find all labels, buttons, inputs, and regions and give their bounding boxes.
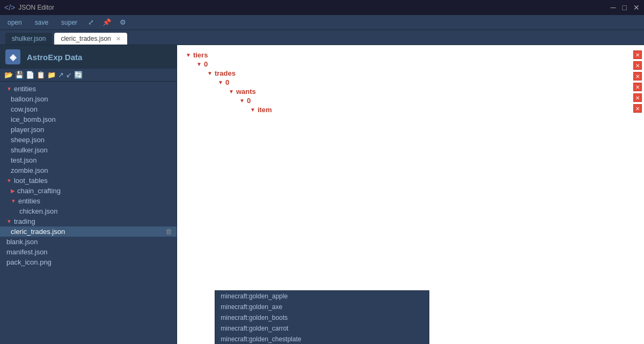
super-button[interactable]: super [59,18,79,27]
tree-file-ice-bomb[interactable]: ice_bomb.json [0,114,177,125]
pin-icon[interactable]: 📌 [103,18,111,26]
json-key-item[interactable]: item [258,106,272,114]
delete-buttons-column: ✕ ✕ ✕ ✕ ✕ ✕ [631,45,644,118]
tree-file-player[interactable]: player.json [0,125,177,135]
window-controls: ─ □ ✕ [611,3,640,12]
save-button[interactable]: save [33,18,50,27]
json-line-wants: ▼ wants [186,87,635,96]
tree-file-shulker[interactable]: shulker.json [0,145,177,155]
json-key-0-lvl1[interactable]: 0 [204,60,208,68]
loot-entities-arrow: ▼ [11,198,16,204]
tree-file-balloon[interactable]: balloon.json [0,94,177,104]
delete-btn-3[interactable]: ✕ [633,72,642,80]
json-key-wants[interactable]: wants [236,87,256,96]
tab-cleric-trades[interactable]: cleric_trades.json ✕ [54,33,127,45]
tree-file-test[interactable]: test.json [0,155,177,165]
cleric-trades-label: cleric_trades.json [11,228,65,236]
loot-tables-arrow: ▼ [6,178,12,184]
tree-file-pack-icon[interactable]: pack_icon.png [0,257,177,267]
entities-arrow: ▼ [6,86,12,92]
sidebar-logo: ◈ [5,49,20,64]
delete-btn-4[interactable]: ✕ [633,83,642,91]
json-line-tiers: ▼ tiers [186,50,635,60]
file-tree: ▼ entities balloon.json cow.json ice_bom… [0,82,177,344]
expand-icon[interactable]: ⤢ [88,18,94,26]
tab-shulker[interactable]: shulker.json [5,33,52,45]
entities-label: entities [14,85,36,93]
tabs-bar: shulker.json cleric_trades.json ✕ [0,30,644,45]
copy-icon[interactable]: 📋 [36,71,45,79]
collapse-all-icon[interactable]: ↙ [66,71,72,79]
tree-file-cleric-trades[interactable]: cleric_trades.json 🗑 [0,226,177,237]
open-button[interactable]: open [5,18,24,27]
tree-file-blank[interactable]: blank.json [0,237,177,247]
json-line-0-lvl5: ▼ 0 [186,96,635,105]
tree-file-manifest[interactable]: manifest.json [0,247,177,257]
autocomplete-dropdown: minecraft:golden_apple minecraft:golden_… [215,290,429,344]
chain-crafting-arrow: ▶ [11,188,15,194]
sidebar-toolbar: 📂 💾 📄 📋 📁 ↗ ↙ 🔄 [0,69,177,82]
json-key-0-lvl3[interactable]: 0 [225,78,229,86]
autocomplete-item-4[interactable]: minecraft:golden_chestplate [215,334,428,344]
chain-crafting-label: chain_crafting [17,187,61,195]
save-file-icon[interactable]: 💾 [15,71,24,79]
json-line-item: ▼ item [186,105,635,114]
settings-icon[interactable]: ⚙ [120,18,126,26]
tree-file-cow[interactable]: cow.json [0,104,177,114]
json-key-0-lvl5[interactable]: 0 [247,97,251,105]
refresh-icon[interactable]: 🔄 [74,71,83,79]
trading-label: trading [14,217,35,225]
json-key-tiers[interactable]: tiers [193,51,208,59]
json-line-trades: ▼ trades [186,69,635,78]
folder-open-icon[interactable]: 📂 [4,71,13,79]
json-line-0-lvl3: ▼ 0 [186,78,635,87]
title-text: JSON Editor [18,4,610,11]
expand-all-icon[interactable]: ↗ [58,71,64,79]
new-file-icon[interactable]: 📄 [26,71,34,79]
json-line-0-lvl1: ▼ 0 [186,60,635,69]
delete-btn-5[interactable]: ✕ [633,93,642,102]
delete-btn-2[interactable]: ✕ [633,61,642,70]
tree-trading-folder[interactable]: ▼ trading [0,216,177,226]
tree-file-zombie[interactable]: zombie.json [0,165,177,175]
autocomplete-item-0[interactable]: minecraft:golden_apple [215,291,428,302]
sidebar-title: AstroExp Data [27,53,82,62]
autocomplete-item-1[interactable]: minecraft:golden_axe [215,302,428,312]
minimize-button[interactable]: ─ [611,3,616,12]
delete-btn-6[interactable]: ✕ [633,104,642,113]
loot-tables-label: loot_tables [14,177,48,185]
tab-close-icon[interactable]: ✕ [116,35,121,42]
delete-btn-1[interactable]: ✕ [633,50,642,59]
tree-file-chicken[interactable]: chicken.json [0,206,177,216]
sidebar-header: ◈ AstroExp Data [0,45,177,69]
maximize-button[interactable]: □ [623,3,627,12]
toolbar: open save super ⤢ 📌 ⚙ [0,15,644,30]
loot-entities-label: entities [18,197,40,205]
autocomplete-item-3[interactable]: minecraft:golden_carrot [215,323,428,334]
tree-loot-tables-folder[interactable]: ▼ loot_tables [0,175,177,186]
tree-chain-crafting-folder[interactable]: ▶ chain_crafting [0,186,177,196]
trading-arrow: ▼ [6,218,12,224]
tree-entities-folder[interactable]: ▼ entities [0,84,177,94]
titlebar: </> JSON Editor ─ □ ✕ [0,0,644,15]
tree-loot-entities-folder[interactable]: ▼ entities [0,196,177,206]
tree-file-sheep[interactable]: sheep.json [0,135,177,145]
autocomplete-item-2[interactable]: minecraft:golden_boots [215,312,428,323]
json-key-trades[interactable]: trades [215,69,236,77]
delete-cleric-trades-icon[interactable]: 🗑 [165,228,172,236]
sidebar: ◈ AstroExp Data 📂 💾 📄 📋 📁 ↗ ↙ 🔄 ▼ entiti… [0,45,177,344]
folder-icon[interactable]: 📁 [47,71,56,79]
close-button[interactable]: ✕ [633,3,640,12]
title-icon: </> [4,3,15,12]
